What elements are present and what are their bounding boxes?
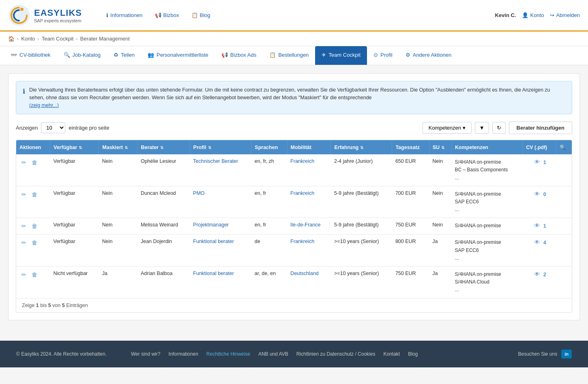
tab-andere-aktionen[interactable]: ⚙ Andere Aktionen: [399, 46, 458, 65]
abmelden-link[interactable]: ↪ Abmelden: [550, 12, 580, 18]
refresh-button[interactable]: ↻: [492, 122, 506, 134]
mobilitat-link[interactable]: Deutschland: [290, 271, 319, 276]
entries-select[interactable]: 10 25 50 100: [41, 122, 65, 133]
footer-datenschutz[interactable]: Richtlinien zu Datenschutz / Cookies: [296, 351, 376, 357]
footer-informationen[interactable]: Informationen: [168, 351, 198, 357]
col-berater[interactable]: Berater⇅: [137, 140, 190, 154]
edit-button[interactable]: ✏: [19, 222, 28, 230]
nav-informationen[interactable]: ℹ Informationen: [106, 12, 143, 18]
cv-eye-button[interactable]: 👁: [532, 158, 542, 165]
cell-verfugbar: Nicht verfügbar: [50, 266, 99, 298]
mobilitat-link[interactable]: Frankreich: [290, 190, 314, 196]
linkedin-button[interactable]: in: [561, 350, 572, 358]
col-su[interactable]: SU⇅: [429, 140, 451, 154]
col-verfugbar[interactable]: Verfügbar⇅: [50, 140, 99, 154]
info-circle-icon: ℹ: [23, 87, 25, 96]
col-cv: CV (.pdf): [523, 140, 556, 154]
cell-profil: Funktional berater: [190, 235, 251, 267]
edit-button[interactable]: ✏: [19, 239, 28, 247]
site-footer: © Easyliks 2024. Alle Rechte vorbehalten…: [0, 341, 588, 367]
competence-item: ...: [455, 174, 519, 182]
profil-link[interactable]: Funktional berater: [193, 271, 234, 276]
table-body: ✏ 🗑VerfügbarNeinOphélie LesieurTechnisch…: [16, 154, 572, 298]
delete-button[interactable]: 🗑: [30, 239, 39, 247]
edit-button[interactable]: ✏: [19, 190, 28, 198]
person-icon: 👤: [522, 12, 528, 18]
copyright: © Easyliks 2024. Alle Rechte vorbehalten…: [16, 351, 107, 357]
show-more-link[interactable]: (zeig mehr...): [29, 102, 59, 108]
competence-item: S/4HANA Cloud: [455, 278, 519, 286]
cv-eye-button[interactable]: 👁: [532, 239, 542, 245]
cell-sprachen: en, fr: [251, 186, 287, 218]
delete-button[interactable]: 🗑: [30, 222, 39, 230]
profil-link[interactable]: Funktional berater: [193, 239, 234, 244]
cell-tagessatz: 700 EUR: [392, 186, 429, 218]
edit-button[interactable]: ✏: [19, 271, 28, 279]
edit-button[interactable]: ✏: [19, 158, 28, 166]
cell-aktionen: ✏ 🗑: [16, 235, 50, 267]
tab-personalvermittlerliste[interactable]: 👥 Personalvermittlerliste: [141, 46, 215, 65]
brand-name: EASYLIKS: [34, 8, 82, 18]
delete-button[interactable]: 🗑: [30, 158, 39, 166]
tab-job-katalog[interactable]: 🔍 Job-Katalog: [57, 46, 107, 65]
sort-icon: ⇅: [160, 145, 163, 150]
sort-icon: ⇅: [441, 145, 444, 150]
konto-link[interactable]: 👤 Konto: [522, 12, 544, 18]
nav-blog[interactable]: 📋 Blog: [191, 12, 210, 18]
cell-berater: Melissa Weinard: [137, 218, 190, 235]
mobilitat-link[interactable]: Ile-de-France: [290, 222, 320, 228]
footer-wer-sind-wir[interactable]: Wer sind wir?: [131, 351, 160, 357]
competence-item: ...: [455, 206, 519, 213]
cell-cv: 👁 4: [523, 235, 556, 267]
breadcrumb-konto[interactable]: Konto: [21, 36, 35, 42]
delete-button[interactable]: 🗑: [30, 190, 39, 198]
cv-count: 4: [543, 240, 546, 245]
cell-cv: 👁 2: [523, 266, 556, 298]
delete-button[interactable]: 🗑: [30, 271, 39, 279]
plane-icon: ✈: [322, 52, 326, 58]
tab-profil[interactable]: ⊙ Profil: [367, 46, 399, 65]
kompetenzen-button[interactable]: Kompetenzen ▾: [423, 122, 472, 134]
tab-teilen[interactable]: ♻ Teilen: [107, 46, 141, 65]
cell-profil: PMO: [190, 186, 251, 218]
cv-eye-button[interactable]: 👁: [532, 271, 542, 277]
col-erfahrung[interactable]: Erfahrung⇅: [331, 140, 392, 154]
filter-button[interactable]: ▼: [475, 122, 489, 134]
footer-blog[interactable]: Blog: [408, 351, 418, 357]
footer-kontakt[interactable]: Kontakt: [383, 351, 400, 357]
footer-rechtliche-hinweise[interactable]: Rechtliche Hinweise: [206, 351, 250, 357]
profil-link[interactable]: Technischer Berater: [193, 158, 238, 164]
gear-icon: ⚙: [406, 52, 410, 58]
mobilitat-link[interactable]: Frankreich: [290, 158, 314, 164]
main-content: ℹ Die Verwaltung Ihres Beraterteams erfo…: [0, 65, 588, 329]
competence-item: ...: [455, 254, 519, 262]
footer-anb-avb[interactable]: ANB und AVB: [258, 351, 288, 357]
profil-link[interactable]: PMO: [193, 190, 204, 196]
add-berater-button[interactable]: Berater hinzufügen: [509, 122, 572, 134]
sort-icon: ⇅: [360, 145, 363, 150]
nav-bizbox[interactable]: 📢 Bizbox: [155, 12, 179, 18]
cell-sprachen: ar, de, en: [251, 266, 287, 298]
profil-link[interactable]: Projektmanager: [193, 222, 229, 228]
cell-row-search: [556, 186, 572, 218]
cell-row-search: [556, 266, 572, 298]
cell-su: Nein: [429, 186, 451, 218]
social-area: Besuchen Sie uns in: [518, 350, 572, 358]
cv-eye-button[interactable]: 👁: [532, 222, 542, 229]
tab-bizbox-ads[interactable]: 📢 Bizbox Ads: [215, 46, 263, 65]
users-icon: 👥: [148, 52, 154, 58]
col-maskiert[interactable]: Maskiert⇅: [99, 140, 137, 154]
tab-team-cockpit[interactable]: ✈ Team Cockpit: [315, 46, 367, 65]
col-profil[interactable]: Profil⇅: [190, 140, 251, 154]
logo-text: EASYLIKS SAP experts ecosystem: [34, 8, 82, 23]
table-controls: Anzeigen 10 25 50 100 einträge pro seite…: [16, 122, 572, 134]
cell-kompetenzen: S/4HANA on-premiseSAP ECC6...: [452, 235, 523, 267]
tab-bestellungen[interactable]: 📋 Bestellungen: [263, 46, 315, 65]
cell-sprachen: en, fr: [251, 218, 287, 235]
home-icon[interactable]: 🏠: [8, 36, 15, 42]
col-mobilitat: Mobilität: [287, 140, 331, 154]
mobilitat-link[interactable]: Frankreich: [290, 239, 314, 244]
tab-cv-bibliothek[interactable]: 👓 CV-bibliothek: [4, 46, 57, 65]
breadcrumb-team-cockpit[interactable]: Team Cockpit: [42, 36, 74, 42]
cv-eye-button[interactable]: 👁: [532, 190, 542, 197]
